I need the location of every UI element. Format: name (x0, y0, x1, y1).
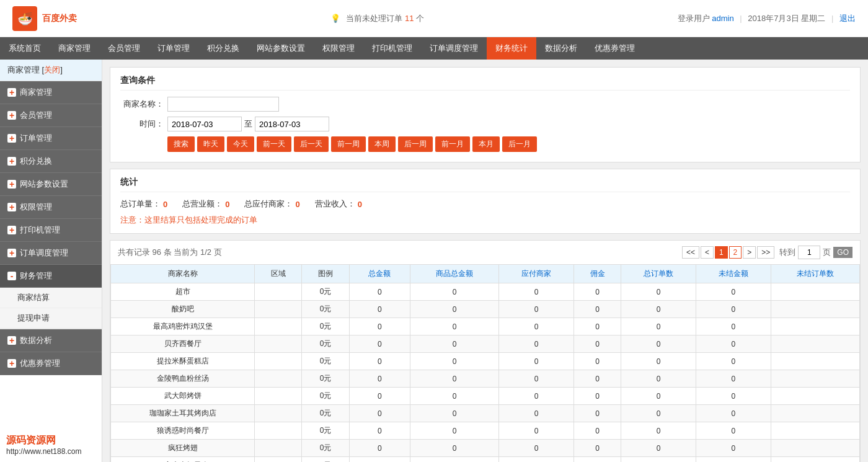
cell-order-count: 0 (621, 457, 696, 463)
sidebar-item-label-1: 会员管理 (20, 110, 52, 121)
cell-order-count: 0 (621, 318, 696, 335)
date-to-input[interactable] (255, 117, 329, 131)
sidebar-item-order[interactable]: + 订单管理 (0, 127, 102, 150)
plus-icon-9: + (7, 336, 16, 345)
cell-tulie: 0元 (302, 457, 349, 463)
sidebar-item-permissions[interactable]: + 权限管理 (0, 196, 102, 219)
table-row: 武大郎烤饼 0元 0 0 0 0 0 0 (111, 388, 860, 405)
page-1-btn[interactable]: 1 (715, 246, 728, 259)
nav-item-coupon[interactable]: 优惠券管理 (586, 37, 644, 60)
cell-payable: 0 (499, 370, 574, 388)
cell-tulie: 0元 (302, 353, 349, 370)
table-row: 金陵鸭血粉丝汤 0元 0 0 0 0 0 0 (111, 370, 860, 388)
nav-item-dispatch[interactable]: 订单调度管理 (421, 37, 487, 60)
sidebar-item-coupon[interactable]: + 优惠券管理 (0, 352, 102, 375)
cell-unsettled: 0 (696, 370, 771, 388)
cell-order-count: 0 (621, 353, 696, 370)
btn-today[interactable]: 今天 (227, 136, 254, 152)
btn-next-day[interactable]: 后一天 (294, 136, 329, 152)
col-link-payable[interactable]: 应付商家 (521, 269, 551, 278)
btn-prev-month[interactable]: 前一月 (435, 136, 470, 152)
btn-next-week[interactable]: 后一周 (398, 136, 433, 152)
sidebar-item-finance[interactable]: - 财务管理 (0, 265, 102, 288)
nav-item-order[interactable]: 订单管理 (149, 37, 198, 60)
cell-commission: 0 (574, 388, 621, 405)
logout-link[interactable]: 退出 (839, 14, 856, 23)
stat-payable: 总应付商家： 0 (244, 198, 299, 210)
sidebar-item-label-8: 财务管理 (20, 270, 52, 282)
sidebar-item-dataanalysis[interactable]: + 数据分析 (0, 329, 102, 352)
cell-name: 最高鸡密炸鸡汉堡 (111, 318, 255, 335)
cell-goods-total: 0 (410, 318, 499, 335)
nav-item-member[interactable]: 会员管理 (99, 37, 149, 60)
btn-this-week[interactable]: 本周 (368, 136, 396, 152)
nav-item-permissions[interactable]: 权限管理 (314, 37, 363, 60)
main-content: 查询条件 商家名称： 时间： 至 搜索 昨天 今天 前一天 后一天 前一周 (102, 60, 868, 462)
date-from-input[interactable] (167, 117, 242, 131)
col-link-total[interactable]: 总金额 (368, 269, 391, 278)
nav-item-home[interactable]: 系统首页 (0, 37, 50, 60)
query-title: 查询条件 (120, 75, 850, 91)
cell-total: 0 (349, 440, 410, 457)
nav-item-merchant[interactable]: 商家管理 (50, 37, 99, 60)
cell-unsettled-orders (771, 335, 859, 353)
col-link-order-count[interactable]: 总订单数 (644, 269, 673, 278)
cell-commission: 0 (574, 318, 621, 335)
sidebar-close-link[interactable]: 关闭 (44, 65, 60, 74)
layout: 商家管理 [关闭] + 商家管理 + 会员管理 + 订单管理 + 积分兑换 + … (0, 60, 868, 462)
page-prev-btn[interactable]: < (701, 246, 714, 259)
col-link-unsettled-orders[interactable]: 未结订单数 (797, 269, 834, 278)
plus-icon-5: + (7, 203, 16, 211)
cell-area (255, 405, 302, 422)
btn-yesterday[interactable]: 昨天 (197, 136, 224, 152)
cell-tulie: 0元 (302, 370, 349, 388)
cell-tulie: 0元 (302, 301, 349, 318)
sidebar-sub-item-settlement[interactable]: 商家结算 (0, 288, 102, 308)
header-notice: 💡 当前未处理订单 11 个 (330, 13, 424, 24)
table-row: 酸奶吧 0元 0 0 0 0 0 0 (111, 301, 860, 318)
sidebar-item-siteparams[interactable]: + 网站参数设置 (0, 173, 102, 196)
time-label: 时间： (120, 118, 164, 130)
sidebar-item-printer[interactable]: + 打印机管理 (0, 219, 102, 242)
cell-payable: 0 (499, 353, 574, 370)
col-link-commission[interactable]: 佣金 (590, 269, 605, 278)
nav-item-points[interactable]: 积分兑换 (198, 37, 248, 60)
page-next-btn[interactable]: > (743, 246, 756, 259)
sidebar-item-member[interactable]: + 会员管理 (0, 104, 102, 127)
col-link-goods-total[interactable]: 商品总金额 (436, 269, 473, 278)
goto-input[interactable] (798, 246, 820, 259)
minus-icon-8: - (7, 272, 16, 280)
sidebar-sub-item-withdrawal[interactable]: 提现申请 (0, 308, 102, 329)
user-name-link[interactable]: admin (712, 14, 733, 23)
cell-area (255, 335, 302, 353)
col-link-unsettled[interactable]: 未结金额 (719, 269, 748, 278)
cell-total: 0 (349, 353, 410, 370)
nav-item-data[interactable]: 数据分析 (536, 37, 586, 60)
nav-item-finance[interactable]: 财务统计 (487, 37, 536, 60)
cell-order-count: 0 (621, 405, 696, 422)
nav-item-site-params[interactable]: 网站参数设置 (248, 37, 314, 60)
cell-unsettled-orders (771, 301, 859, 318)
goto-btn[interactable]: GO (833, 247, 852, 258)
btn-prev-week[interactable]: 前一周 (331, 136, 366, 152)
page-first-btn[interactable]: << (682, 246, 699, 259)
cell-area (255, 353, 302, 370)
sidebar-item-dispatch[interactable]: + 订单调度管理 (0, 242, 102, 265)
btn-next-month[interactable]: 后一月 (502, 136, 537, 152)
col-header-total: 总金额 (349, 265, 410, 283)
page-last-btn[interactable]: >> (757, 246, 774, 259)
btn-search[interactable]: 搜索 (167, 136, 195, 152)
stat-value-0: 0 (163, 200, 167, 209)
nav-item-printer[interactable]: 打印机管理 (363, 37, 421, 60)
cell-order-count: 0 (621, 283, 696, 301)
btn-prev-day[interactable]: 前一天 (257, 136, 291, 152)
plus-icon-2: + (7, 134, 16, 143)
cell-unsettled-orders (771, 440, 859, 457)
pagination-info: 共有记录 96 条 当前为 1/2 页 (118, 247, 222, 258)
sidebar-header: 商家管理 [关闭] (0, 60, 102, 81)
btn-this-month[interactable]: 本月 (472, 136, 500, 152)
sidebar-item-points[interactable]: + 积分兑换 (0, 150, 102, 173)
page-2-btn[interactable]: 2 (729, 246, 742, 259)
sidebar-item-merchant[interactable]: + 商家管理 (0, 81, 102, 104)
merchant-input[interactable] (167, 97, 279, 112)
